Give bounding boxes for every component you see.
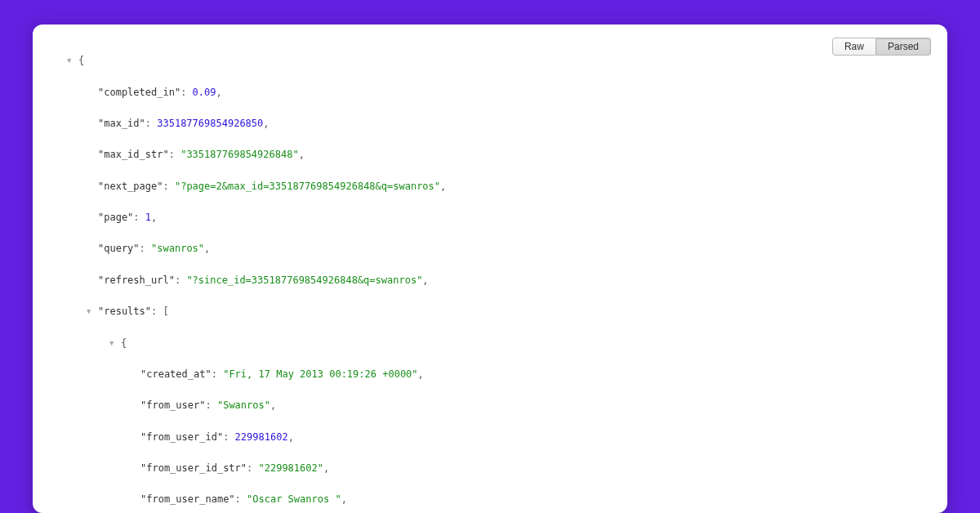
kv-from-user: "from_user": "Swanros", — [46, 398, 931, 413]
kv-created-at: "created_at": "Fri, 17 May 2013 00:19:26… — [46, 367, 931, 382]
kv-from-user-id: "from_user_id": 229981602, — [46, 430, 931, 445]
disclosure-triangle-icon[interactable]: ▼ — [87, 306, 91, 317]
json-tree: ▼{ "completed_in": 0.09, "max_id": 33518… — [46, 38, 931, 513]
kv-refresh-url: "refresh_url": "?since_id=33518776985492… — [46, 273, 931, 288]
kv-results: ▼"results": [ — [46, 304, 931, 319]
root-open: ▼{ — [46, 53, 931, 69]
kv-from-user-name: "from_user_name": "Oscar Swanros ", — [46, 492, 931, 507]
kv-max-id: "max_id": 335187769854926850, — [46, 116, 931, 132]
result-0-open: ▼{ — [46, 336, 931, 351]
json-viewer-panel: Raw Parsed ▼{ "completed_in": 0.09, "max… — [33, 25, 947, 513]
disclosure-triangle-icon[interactable]: ▼ — [109, 337, 114, 349]
kv-from-user-id-str: "from_user_id_str": "229981602", — [46, 461, 931, 476]
kv-page: "page": 1, — [46, 210, 931, 225]
kv-query: "query": "swanros", — [46, 241, 931, 256]
kv-completed-in: "completed_in": 0.09, — [46, 85, 931, 100]
kv-max-id-str: "max_id_str": "335187769854926848", — [46, 147, 931, 163]
disclosure-triangle-icon[interactable]: ▼ — [67, 55, 71, 66]
kv-next-page: "next_page": "?page=2&max_id=33518776985… — [46, 179, 931, 194]
